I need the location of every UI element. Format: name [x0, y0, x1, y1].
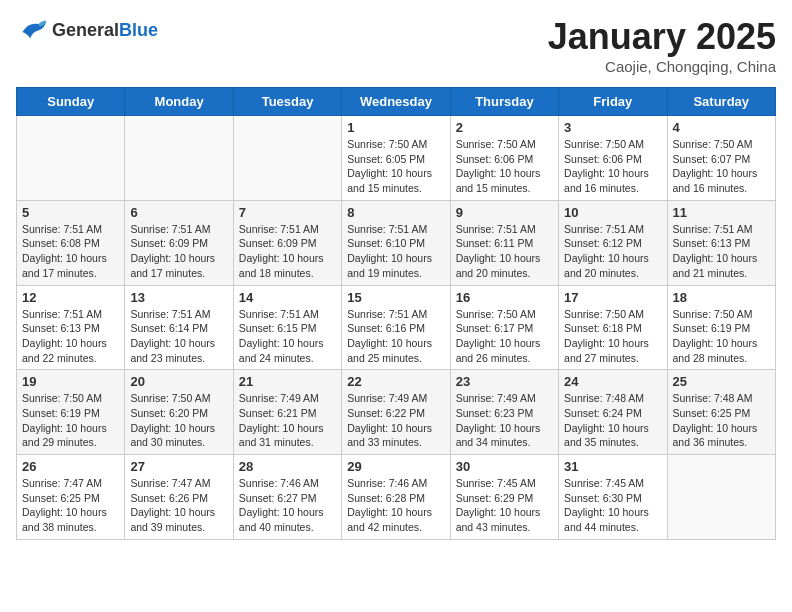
day-cell: 14Sunrise: 7:51 AM Sunset: 6:15 PM Dayli… [233, 285, 341, 370]
logo: GeneralBlue [16, 16, 158, 44]
day-cell: 5Sunrise: 7:51 AM Sunset: 6:08 PM Daylig… [17, 200, 125, 285]
day-number: 14 [239, 290, 336, 305]
day-number: 17 [564, 290, 661, 305]
calendar-title: January 2025 [548, 16, 776, 58]
day-cell [17, 116, 125, 201]
day-info: Sunrise: 7:51 AM Sunset: 6:13 PM Dayligh… [673, 222, 770, 281]
day-cell: 7Sunrise: 7:51 AM Sunset: 6:09 PM Daylig… [233, 200, 341, 285]
day-number: 13 [130, 290, 227, 305]
day-info: Sunrise: 7:48 AM Sunset: 6:24 PM Dayligh… [564, 391, 661, 450]
day-info: Sunrise: 7:50 AM Sunset: 6:18 PM Dayligh… [564, 307, 661, 366]
day-info: Sunrise: 7:51 AM Sunset: 6:13 PM Dayligh… [22, 307, 119, 366]
day-number: 7 [239, 205, 336, 220]
day-number: 19 [22, 374, 119, 389]
day-number: 16 [456, 290, 553, 305]
day-info: Sunrise: 7:46 AM Sunset: 6:28 PM Dayligh… [347, 476, 444, 535]
day-number: 6 [130, 205, 227, 220]
day-info: Sunrise: 7:45 AM Sunset: 6:30 PM Dayligh… [564, 476, 661, 535]
calendar-table: SundayMondayTuesdayWednesdayThursdayFrid… [16, 87, 776, 540]
day-info: Sunrise: 7:51 AM Sunset: 6:09 PM Dayligh… [239, 222, 336, 281]
day-info: Sunrise: 7:50 AM Sunset: 6:17 PM Dayligh… [456, 307, 553, 366]
day-cell: 11Sunrise: 7:51 AM Sunset: 6:13 PM Dayli… [667, 200, 775, 285]
day-cell: 25Sunrise: 7:48 AM Sunset: 6:25 PM Dayli… [667, 370, 775, 455]
day-number: 10 [564, 205, 661, 220]
calendar-subtitle: Caojie, Chongqing, China [548, 58, 776, 75]
week-row-2: 5Sunrise: 7:51 AM Sunset: 6:08 PM Daylig… [17, 200, 776, 285]
day-cell: 2Sunrise: 7:50 AM Sunset: 6:06 PM Daylig… [450, 116, 558, 201]
day-cell [125, 116, 233, 201]
day-number: 20 [130, 374, 227, 389]
day-cell: 31Sunrise: 7:45 AM Sunset: 6:30 PM Dayli… [559, 455, 667, 540]
day-number: 21 [239, 374, 336, 389]
day-cell: 1Sunrise: 7:50 AM Sunset: 6:05 PM Daylig… [342, 116, 450, 201]
week-row-3: 12Sunrise: 7:51 AM Sunset: 6:13 PM Dayli… [17, 285, 776, 370]
logo-bird-icon [16, 16, 48, 44]
weekday-header-sunday: Sunday [17, 88, 125, 116]
page-header: GeneralBlue January 2025 Caojie, Chongqi… [16, 16, 776, 75]
day-cell: 17Sunrise: 7:50 AM Sunset: 6:18 PM Dayli… [559, 285, 667, 370]
day-cell: 16Sunrise: 7:50 AM Sunset: 6:17 PM Dayli… [450, 285, 558, 370]
day-number: 29 [347, 459, 444, 474]
day-info: Sunrise: 7:49 AM Sunset: 6:22 PM Dayligh… [347, 391, 444, 450]
day-number: 5 [22, 205, 119, 220]
day-info: Sunrise: 7:49 AM Sunset: 6:23 PM Dayligh… [456, 391, 553, 450]
weekday-header-monday: Monday [125, 88, 233, 116]
day-number: 30 [456, 459, 553, 474]
day-cell: 26Sunrise: 7:47 AM Sunset: 6:25 PM Dayli… [17, 455, 125, 540]
day-info: Sunrise: 7:49 AM Sunset: 6:21 PM Dayligh… [239, 391, 336, 450]
day-cell: 8Sunrise: 7:51 AM Sunset: 6:10 PM Daylig… [342, 200, 450, 285]
day-info: Sunrise: 7:50 AM Sunset: 6:06 PM Dayligh… [564, 137, 661, 196]
day-number: 24 [564, 374, 661, 389]
day-info: Sunrise: 7:51 AM Sunset: 6:14 PM Dayligh… [130, 307, 227, 366]
day-cell: 20Sunrise: 7:50 AM Sunset: 6:20 PM Dayli… [125, 370, 233, 455]
day-number: 12 [22, 290, 119, 305]
day-info: Sunrise: 7:51 AM Sunset: 6:11 PM Dayligh… [456, 222, 553, 281]
day-cell: 13Sunrise: 7:51 AM Sunset: 6:14 PM Dayli… [125, 285, 233, 370]
day-cell: 12Sunrise: 7:51 AM Sunset: 6:13 PM Dayli… [17, 285, 125, 370]
logo-text-general: General [52, 20, 119, 40]
week-row-1: 1Sunrise: 7:50 AM Sunset: 6:05 PM Daylig… [17, 116, 776, 201]
logo-text-blue: Blue [119, 20, 158, 40]
day-info: Sunrise: 7:50 AM Sunset: 6:06 PM Dayligh… [456, 137, 553, 196]
day-number: 1 [347, 120, 444, 135]
day-info: Sunrise: 7:47 AM Sunset: 6:26 PM Dayligh… [130, 476, 227, 535]
day-cell [667, 455, 775, 540]
day-cell: 23Sunrise: 7:49 AM Sunset: 6:23 PM Dayli… [450, 370, 558, 455]
day-cell: 6Sunrise: 7:51 AM Sunset: 6:09 PM Daylig… [125, 200, 233, 285]
day-info: Sunrise: 7:45 AM Sunset: 6:29 PM Dayligh… [456, 476, 553, 535]
day-info: Sunrise: 7:50 AM Sunset: 6:07 PM Dayligh… [673, 137, 770, 196]
day-cell: 24Sunrise: 7:48 AM Sunset: 6:24 PM Dayli… [559, 370, 667, 455]
day-info: Sunrise: 7:50 AM Sunset: 6:05 PM Dayligh… [347, 137, 444, 196]
day-cell: 29Sunrise: 7:46 AM Sunset: 6:28 PM Dayli… [342, 455, 450, 540]
day-number: 8 [347, 205, 444, 220]
day-number: 15 [347, 290, 444, 305]
day-number: 27 [130, 459, 227, 474]
day-number: 23 [456, 374, 553, 389]
day-number: 26 [22, 459, 119, 474]
day-cell: 4Sunrise: 7:50 AM Sunset: 6:07 PM Daylig… [667, 116, 775, 201]
title-area: January 2025 Caojie, Chongqing, China [548, 16, 776, 75]
day-cell: 3Sunrise: 7:50 AM Sunset: 6:06 PM Daylig… [559, 116, 667, 201]
day-number: 9 [456, 205, 553, 220]
weekday-header-tuesday: Tuesday [233, 88, 341, 116]
day-cell: 28Sunrise: 7:46 AM Sunset: 6:27 PM Dayli… [233, 455, 341, 540]
day-number: 22 [347, 374, 444, 389]
weekday-header-friday: Friday [559, 88, 667, 116]
day-info: Sunrise: 7:50 AM Sunset: 6:19 PM Dayligh… [22, 391, 119, 450]
day-cell: 19Sunrise: 7:50 AM Sunset: 6:19 PM Dayli… [17, 370, 125, 455]
day-info: Sunrise: 7:48 AM Sunset: 6:25 PM Dayligh… [673, 391, 770, 450]
day-number: 11 [673, 205, 770, 220]
weekday-header-wednesday: Wednesday [342, 88, 450, 116]
day-info: Sunrise: 7:47 AM Sunset: 6:25 PM Dayligh… [22, 476, 119, 535]
day-cell [233, 116, 341, 201]
day-number: 25 [673, 374, 770, 389]
day-number: 28 [239, 459, 336, 474]
day-cell: 10Sunrise: 7:51 AM Sunset: 6:12 PM Dayli… [559, 200, 667, 285]
day-info: Sunrise: 7:51 AM Sunset: 6:09 PM Dayligh… [130, 222, 227, 281]
day-number: 2 [456, 120, 553, 135]
day-number: 31 [564, 459, 661, 474]
day-cell: 22Sunrise: 7:49 AM Sunset: 6:22 PM Dayli… [342, 370, 450, 455]
day-info: Sunrise: 7:51 AM Sunset: 6:16 PM Dayligh… [347, 307, 444, 366]
day-info: Sunrise: 7:51 AM Sunset: 6:10 PM Dayligh… [347, 222, 444, 281]
day-number: 3 [564, 120, 661, 135]
